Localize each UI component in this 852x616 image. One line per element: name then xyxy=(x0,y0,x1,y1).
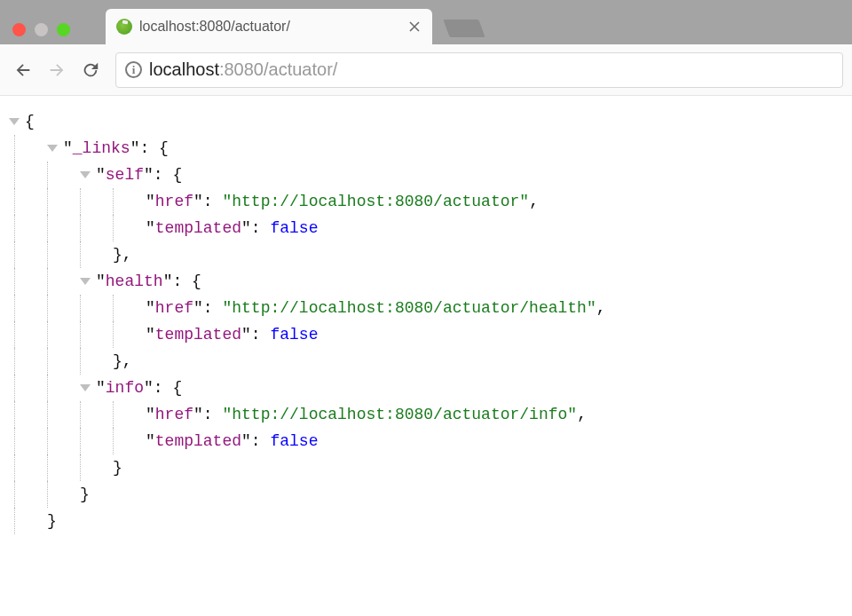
json-bool-value: false xyxy=(270,428,318,454)
json-key: health xyxy=(106,268,163,295)
collapse-toggle-icon[interactable] xyxy=(80,384,91,391)
close-tab-button[interactable] xyxy=(407,20,422,34)
json-key: templated xyxy=(155,215,241,241)
json-string-value: http://localhost:8080/actuator xyxy=(232,193,519,210)
json-string-value: http://localhost:8080/actuator/info xyxy=(232,406,567,423)
close-window-button[interactable] xyxy=(12,23,26,36)
browser-toolbar: i localhost:8080/actuator/ xyxy=(0,44,852,96)
json-bool-value: false xyxy=(270,321,318,348)
json-string-value: http://localhost:8080/actuator/health xyxy=(232,299,587,317)
json-key: templated xyxy=(155,321,241,348)
json-key: href xyxy=(155,295,193,321)
back-button[interactable] xyxy=(9,56,37,84)
window-controls xyxy=(0,20,70,36)
url-text: localhost:8080/actuator/ xyxy=(149,59,337,80)
json-key: href xyxy=(155,401,193,428)
url-path: :8080/actuator/ xyxy=(219,59,337,79)
url-host: localhost xyxy=(149,59,219,79)
maximize-window-button[interactable] xyxy=(57,23,70,36)
json-key: templated xyxy=(155,428,241,454)
collapse-toggle-icon[interactable] xyxy=(80,278,91,285)
reload-button[interactable] xyxy=(76,56,105,84)
spring-favicon-icon xyxy=(116,19,132,35)
address-bar[interactable]: i localhost:8080/actuator/ xyxy=(115,52,843,88)
json-viewer: { "_links": { "self": { "href": "http://… xyxy=(0,96,852,534)
json-bool-value: false xyxy=(270,215,318,241)
collapse-toggle-icon[interactable] xyxy=(9,118,20,125)
minimize-window-button[interactable] xyxy=(35,23,48,36)
browser-tab[interactable]: localhost:8080/actuator/ xyxy=(106,9,432,44)
forward-button[interactable] xyxy=(43,56,71,84)
tab-title: localhost:8080/actuator/ xyxy=(139,19,400,35)
json-key: href xyxy=(155,188,193,215)
json-key: info xyxy=(106,375,144,401)
collapse-toggle-icon[interactable] xyxy=(80,171,91,178)
collapse-toggle-icon[interactable] xyxy=(47,145,58,152)
site-info-icon[interactable]: i xyxy=(125,61,142,78)
browser-titlebar: localhost:8080/actuator/ xyxy=(0,0,852,44)
json-key: self xyxy=(106,162,144,188)
json-key: _links xyxy=(73,135,130,162)
new-tab-button[interactable] xyxy=(443,20,485,37)
